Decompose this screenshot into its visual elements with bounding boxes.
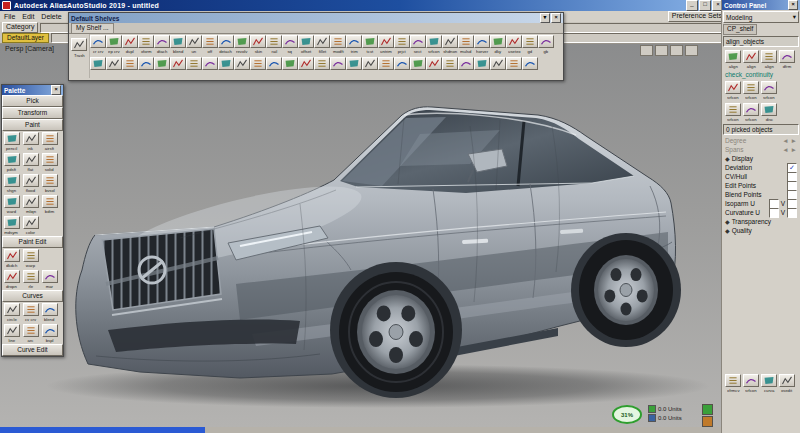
shelf-tool-dupl[interactable]: dupl (122, 34, 138, 56)
cp-bottom-tool-xsedit[interactable]: xsedit (778, 373, 796, 393)
shelf-tool-blend[interactable]: blend (170, 34, 186, 56)
shelf-tool-offset[interactable]: offset (298, 34, 314, 56)
shelf2-tool-17[interactable] (282, 56, 298, 78)
maximize-button[interactable]: □ (699, 0, 711, 11)
layout-icon[interactable] (685, 45, 698, 56)
checkbox-curvature-u-u[interactable] (769, 208, 779, 218)
shelf2-tool-5[interactable] (90, 56, 106, 78)
palette-tool-solid[interactable]: solid (40, 152, 59, 173)
shelves-collapse-button[interactable]: ▾ (540, 13, 550, 23)
shelf-tool-off[interactable]: off (202, 34, 218, 56)
cp-tool-align[interactable]: align (760, 49, 778, 69)
section-transparency[interactable]: ◆Transparency (722, 217, 800, 226)
shelf-tool-detach[interactable]: detach (218, 34, 234, 56)
shelf2-tool-23[interactable] (378, 56, 394, 78)
shelf2-tool-22[interactable] (362, 56, 378, 78)
cp-tool-srfcon[interactable]: srfcon (760, 80, 778, 100)
shelf2-tool-11[interactable] (186, 56, 202, 78)
palette-section-pick[interactable]: Pick (2, 95, 63, 107)
trash-dropzone[interactable]: Trash (69, 34, 90, 78)
shelf2-tool-16[interactable] (266, 56, 282, 78)
palette-tool-warp[interactable]: warp (21, 248, 40, 269)
object-icon[interactable] (702, 416, 713, 427)
palette-tool-flat[interactable]: flat (21, 152, 40, 173)
palette-tool-arc[interactable]: arc (21, 323, 40, 344)
car-model-3d[interactable] (0, 34, 722, 427)
palette-close-button[interactable]: × (51, 85, 61, 95)
palette-tool-color[interactable]: color (21, 215, 40, 236)
shelf2-tool-7[interactable] (122, 56, 138, 78)
cp-tool-disc[interactable]: disc (760, 102, 778, 122)
control-panel-titlebar[interactable]: Control Panel × (722, 0, 800, 10)
cp-tool-srfcon[interactable]: srfcon (742, 102, 760, 122)
shelf-tool-ep-crv[interactable]: ep crv (106, 34, 122, 56)
palette-tool-flood[interactable]: flood (21, 173, 40, 194)
palette-section-curve-edit[interactable]: Curve Edit (2, 344, 63, 356)
menu-delete[interactable]: Delete (41, 13, 61, 20)
degree-stepper[interactable]: ◄ ► (782, 137, 797, 144)
cp-tool-srfcon[interactable]: srfcon (742, 80, 760, 100)
shelf-tool-revolv[interactable]: revolv (234, 34, 250, 56)
shelf-tool-prjct[interactable]: prjct (394, 34, 410, 56)
cp-bottom-tool-srfcon[interactable]: srfcon (742, 373, 760, 393)
palette-tool-mar[interactable]: mar (40, 269, 59, 290)
shelf-tool-modft[interactable]: modft (330, 34, 346, 56)
axis-icon[interactable] (702, 404, 713, 415)
shelf2-tool-24[interactable] (394, 56, 410, 78)
shelf2-tool-13[interactable] (218, 56, 234, 78)
shelf-tool-cr-crv[interactable]: cr crv (90, 34, 106, 56)
cp-tool-srfcon[interactable]: srfcon (724, 80, 742, 100)
preference-sets-button[interactable]: Preference Sets (668, 11, 726, 22)
shelf-tool-skin[interactable]: skin (250, 34, 266, 56)
spans-stepper[interactable]: ◄ ► (782, 146, 797, 153)
palette-tool-blend[interactable]: blend (40, 302, 59, 323)
shelf2-tool-20[interactable] (330, 56, 346, 78)
shelf2-tool-15[interactable] (250, 56, 266, 78)
minimize-button[interactable]: _ (686, 0, 698, 11)
shelf2-tool-18[interactable] (298, 56, 314, 78)
pane-split-icon[interactable] (640, 45, 653, 56)
camera-icon[interactable] (655, 45, 668, 56)
palette-tool-ward[interactable]: ward (2, 194, 21, 215)
palette-tool-dkdch[interactable]: dkdch (2, 248, 21, 269)
control-panel-close-button[interactable]: × (788, 0, 798, 10)
menu-edit[interactable]: Edit (22, 13, 34, 20)
cp-bottom-tool-curva[interactable]: curva (760, 373, 778, 393)
shelf-tool-gd[interactable]: gd (522, 34, 538, 56)
cp-tool-dfrm[interactable]: dfrm (778, 49, 796, 69)
shelf-tool-sect[interactable]: sect (410, 34, 426, 56)
palette-tool-mdsym[interactable]: mdsym (2, 215, 21, 236)
rear-wheel[interactable] (579, 240, 673, 340)
palette-tool-airsft[interactable]: airsft (40, 131, 59, 152)
shelf-tool-usetex[interactable]: usetex (506, 34, 522, 56)
cp-tool-align[interactable]: align (742, 49, 760, 69)
palette-section-transform[interactable]: Transform (2, 107, 63, 119)
palette-tool-pencil[interactable]: pencil (2, 131, 21, 152)
section-quality[interactable]: ◆Quality (722, 226, 800, 235)
palette-section-paint[interactable]: Paint (2, 119, 63, 131)
menu-file[interactable]: File (4, 13, 15, 20)
layer-tab-defaultlayer[interactable]: DefaultLayer (2, 33, 49, 43)
shelf-tool-srfcon[interactable]: srfcon (426, 34, 442, 56)
category-dropdown[interactable]: Category (2, 22, 38, 33)
palette-tool-rle[interactable]: rle (21, 269, 40, 290)
shelf2-tool-14[interactable] (234, 56, 250, 78)
shelf2-tool-26[interactable] (426, 56, 442, 78)
cp-bottom-tool-xfrmcv[interactable]: xfrmcv (724, 373, 742, 393)
palette-tool-line[interactable]: line (2, 323, 21, 344)
shelf2-tool-27[interactable] (442, 56, 458, 78)
shelf2-tool-6[interactable] (106, 56, 122, 78)
shelf2-tool-29[interactable] (474, 56, 490, 78)
palette-tool-shgn[interactable]: shgn (2, 173, 21, 194)
shelf-tool-shdnon[interactable]: shdnon (442, 34, 458, 56)
shelf-tool-trim[interactable]: trim (346, 34, 362, 56)
shelf-tool-tcvt[interactable]: tcvt (362, 34, 378, 56)
palette-tool-circle[interactable]: circle (2, 302, 21, 323)
shelf-tool-mulsd[interactable]: mulsd (458, 34, 474, 56)
cp-tool-srfcon[interactable]: srfcon (724, 102, 742, 122)
palette-section-paint-edit[interactable]: Paint Edit (2, 236, 63, 248)
shelf-tool-dky[interactable]: dky (490, 34, 506, 56)
cp-tool-align[interactable]: align (724, 49, 742, 69)
palette-tool-dropn[interactable]: dropn (2, 269, 21, 290)
palette-tool-bdtm[interactable]: bdtm (40, 194, 59, 215)
